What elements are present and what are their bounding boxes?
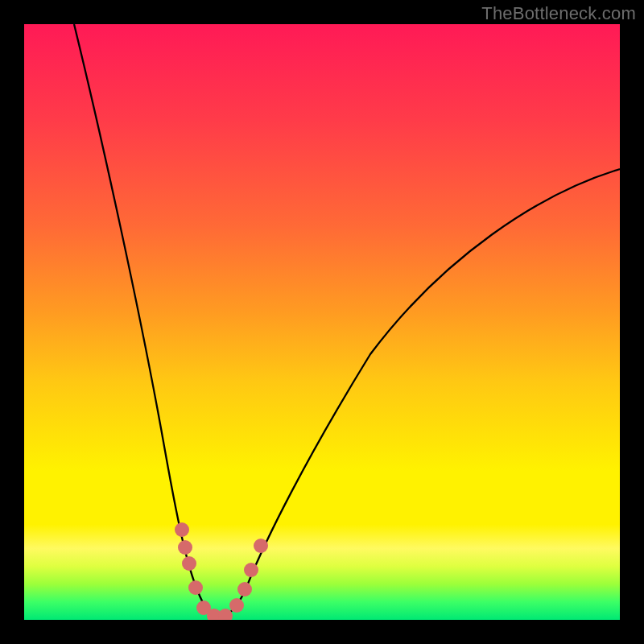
watermark-text: TheBottleneck.com xyxy=(481,3,636,24)
marker-dot xyxy=(182,556,196,571)
marker-dot xyxy=(178,540,192,555)
marker-dot xyxy=(218,609,233,620)
plot-area xyxy=(24,24,620,620)
marker-dot xyxy=(237,582,252,597)
marker-dot xyxy=(244,563,258,577)
left-branch-curve xyxy=(74,24,221,616)
valley-markers-group xyxy=(175,522,268,620)
marker-dot xyxy=(229,598,244,613)
marker-dot xyxy=(175,522,189,537)
chart-svg xyxy=(24,24,620,620)
right-branch-curve xyxy=(221,169,620,616)
marker-dot xyxy=(254,539,268,553)
chart-frame: TheBottleneck.com xyxy=(0,0,644,644)
marker-dot xyxy=(188,580,203,595)
